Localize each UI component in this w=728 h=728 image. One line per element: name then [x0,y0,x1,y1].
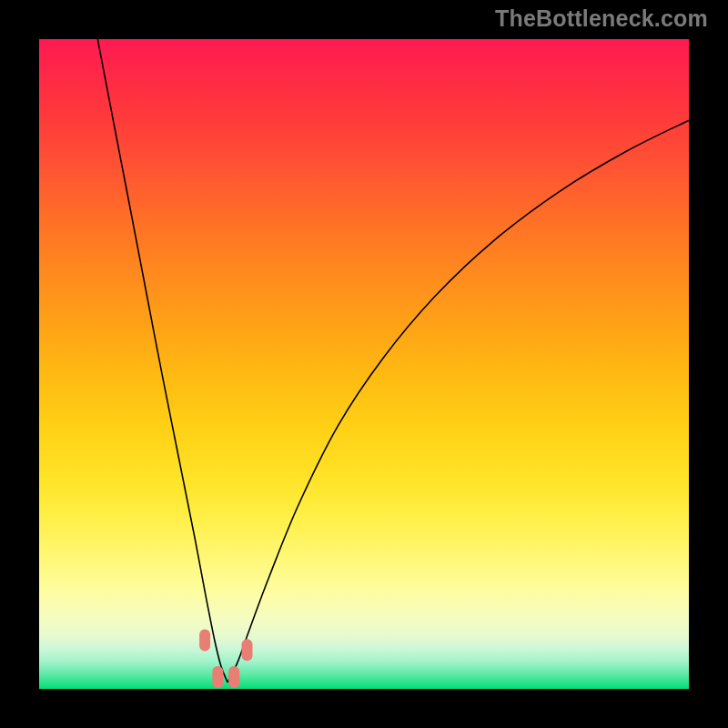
highlight-marker [199,630,210,652]
chart-overlay [39,39,689,689]
highlight-marker [228,666,239,688]
plot-area [39,39,689,689]
watermark-text: TheBottleneck.com [495,5,708,32]
highlight-marker [242,639,253,661]
outer-frame: TheBottleneck.com [0,0,728,728]
curve-left-branch [97,39,228,682]
highlight-marker [212,666,223,688]
curve-right-branch [228,120,689,682]
